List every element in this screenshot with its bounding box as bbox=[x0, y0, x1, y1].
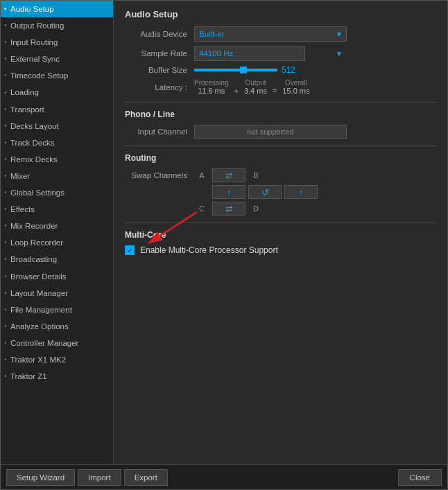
sidebar-item-mixer[interactable]: Mixer bbox=[1, 168, 113, 184]
swap-cells-1: A ⇄ B bbox=[194, 168, 264, 182]
routing-row-2: ↑ ↺ ↑ bbox=[125, 185, 436, 199]
swap-btn-up-b[interactable]: ↑ bbox=[284, 185, 318, 199]
sidebar-label-track-decks: Track Decks bbox=[10, 137, 54, 148]
main-area: Audio Setup Output Routing Input Routing… bbox=[1, 1, 447, 464]
enable-multicore-checkbox[interactable]: ✓ bbox=[125, 245, 135, 255]
phono-line-title: Phono / Line bbox=[125, 110, 436, 119]
buffer-size-label: Buffer Size bbox=[125, 66, 194, 74]
sidebar-label-mix-recorder: Mix Recorder bbox=[10, 220, 58, 231]
latency-processing-label: Processing bbox=[194, 79, 228, 87]
sidebar-item-output-routing[interactable]: Output Routing bbox=[1, 17, 113, 34]
routing-label-c: C bbox=[194, 204, 209, 213]
sidebar-item-layout-manager[interactable]: Layout Manager bbox=[1, 285, 113, 301]
swap-channels-label: Swap Channels bbox=[125, 171, 194, 180]
sidebar-item-track-decks[interactable]: Track Decks bbox=[1, 134, 113, 151]
multicore-title: Multi-Core bbox=[125, 230, 436, 240]
sidebar-label-global-settings: Global Settings bbox=[10, 187, 64, 198]
latency-label: Latency : bbox=[125, 83, 194, 91]
sidebar-label-audio-setup: Audio Setup bbox=[10, 3, 54, 15]
sidebar-item-transport[interactable]: Transport bbox=[1, 101, 113, 118]
sidebar-label-loading: Loading bbox=[10, 87, 39, 98]
sidebar-item-input-routing[interactable]: Input Routing bbox=[1, 34, 113, 51]
latency-overall-value: 15.0 ms bbox=[282, 87, 309, 95]
close-button[interactable]: Close bbox=[398, 469, 442, 486]
swap-btn-rotate[interactable]: ↺ bbox=[248, 185, 282, 199]
audio-device-label: Audio Device bbox=[125, 30, 194, 38]
swap-btn-cd[interactable]: ⇄ bbox=[212, 202, 245, 216]
sidebar-item-loop-recorder[interactable]: Loop Recorder bbox=[1, 234, 113, 251]
buffer-slider-container: 512 bbox=[194, 65, 302, 75]
sidebar-label-loop-recorder: Loop Recorder bbox=[10, 237, 63, 248]
sidebar-item-browser-details[interactable]: Browser Details bbox=[1, 268, 113, 285]
latency-processing-value: 11.6 ms bbox=[198, 87, 225, 95]
buffer-size-row: Buffer Size 512 bbox=[125, 65, 436, 75]
sidebar-item-analyze-options[interactable]: Analyze Options bbox=[1, 318, 113, 335]
phono-line-section: Phono / Line Input Channel not supported bbox=[125, 110, 436, 139]
import-button[interactable]: Import bbox=[78, 469, 121, 486]
routing-title: Routing bbox=[125, 153, 436, 163]
routing-section: Routing Swap Channels A ⇄ B ↑ bbox=[125, 153, 436, 216]
sidebar-item-traktor-x1-mk2[interactable]: Traktor X1 MK2 bbox=[1, 351, 113, 368]
sidebar-label-decks-layout: Decks Layout bbox=[10, 121, 59, 132]
latency-row: Latency : Processing 11.6 ms + Output 3.… bbox=[125, 79, 436, 95]
app-container: Audio Setup Output Routing Input Routing… bbox=[0, 0, 448, 490]
sidebar-label-broadcasting: Broadcasting bbox=[10, 254, 57, 265]
sidebar-item-external-sync[interactable]: External Sync bbox=[1, 51, 113, 67]
buffer-size-value: 512 bbox=[282, 65, 302, 75]
sidebar-item-mix-recorder[interactable]: Mix Recorder bbox=[1, 218, 113, 234]
sample-rate-select[interactable]: 44100 Hz bbox=[194, 46, 305, 61]
sidebar-label-effects: Effects bbox=[10, 204, 35, 215]
sidebar-label-layout-manager: Layout Manager bbox=[10, 288, 68, 299]
sidebar-label-input-routing: Input Routing bbox=[10, 37, 58, 48]
sidebar-item-traktor-z1[interactable]: Traktor Z1 bbox=[1, 368, 113, 385]
sidebar-label-controller-manager: Controller Manager bbox=[10, 338, 78, 349]
not-supported-bar: not supported bbox=[194, 125, 347, 139]
sidebar-label-traktor-x1-mk2: Traktor X1 MK2 bbox=[10, 354, 66, 365]
sidebar-label-transport: Transport bbox=[10, 104, 44, 115]
latency-output: Output 3.4 ms bbox=[244, 79, 267, 95]
audio-device-row: Audio Device Built-in ▼ bbox=[125, 26, 436, 42]
sample-rate-row: Sample Rate 44100 Hz ▼ bbox=[125, 46, 436, 61]
audio-device-select[interactable]: Built-in bbox=[194, 26, 347, 42]
routing-label-b: B bbox=[248, 171, 264, 180]
checkmark-icon: ✓ bbox=[127, 247, 132, 254]
swap-btn-up-a[interactable]: ↑ bbox=[212, 185, 245, 199]
sidebar-item-audio-setup[interactable]: Audio Setup bbox=[1, 1, 113, 17]
sidebar-item-global-settings[interactable]: Global Settings bbox=[1, 184, 113, 201]
sidebar-label-browser-details: Browser Details bbox=[10, 271, 67, 282]
enable-multicore-row: ✓ Enable Multi-Core Processor Support bbox=[125, 245, 436, 255]
sample-rate-select-wrapper: 44100 Hz ▼ bbox=[194, 46, 347, 61]
input-channel-row: Input Channel not supported bbox=[125, 125, 436, 139]
audio-device-select-wrapper: Built-in ▼ bbox=[194, 26, 347, 42]
sidebar: Audio Setup Output Routing Input Routing… bbox=[1, 1, 114, 464]
latency-overall-label: Overall bbox=[285, 79, 307, 87]
setup-wizard-button[interactable]: Setup Wizard bbox=[6, 469, 75, 486]
sample-rate-label: Sample Rate bbox=[125, 49, 194, 58]
routing-label-d: D bbox=[248, 204, 264, 213]
routing-label-a: A bbox=[194, 171, 209, 180]
routing-row-3: C ⇄ D bbox=[125, 202, 436, 216]
multicore-section: Multi-Core ✓ Enable Multi-Core Processor… bbox=[125, 230, 436, 255]
export-button[interactable]: Export bbox=[124, 469, 168, 486]
latency-processing: Processing 11.6 ms bbox=[194, 79, 228, 95]
enable-multicore-label: Enable Multi-Core Processor Support bbox=[140, 245, 278, 255]
sidebar-label-traktor-z1: Traktor Z1 bbox=[10, 371, 47, 382]
sidebar-item-file-management[interactable]: File Management bbox=[1, 301, 113, 318]
sidebar-item-loading[interactable]: Loading bbox=[1, 84, 113, 100]
latency-plus: + bbox=[234, 87, 238, 95]
sidebar-item-effects[interactable]: Effects bbox=[1, 201, 113, 218]
latency-equals: = bbox=[273, 87, 277, 95]
sidebar-item-remix-decks[interactable]: Remix Decks bbox=[1, 151, 113, 168]
sidebar-item-broadcasting[interactable]: Broadcasting bbox=[1, 251, 113, 268]
latency-values: Processing 11.6 ms + Output 3.4 ms = Ove… bbox=[194, 79, 310, 95]
sidebar-item-decks-layout[interactable]: Decks Layout bbox=[1, 118, 113, 134]
swap-btn-ab[interactable]: ⇄ bbox=[212, 168, 245, 182]
sidebar-label-external-sync: External Sync bbox=[10, 53, 60, 64]
content-area: Audio Setup Audio Device Built-in ▼ Samp… bbox=[114, 1, 447, 464]
sidebar-item-timecode-setup[interactable]: Timecode Setup bbox=[1, 67, 113, 84]
sidebar-item-controller-manager[interactable]: Controller Manager bbox=[1, 335, 113, 351]
buffer-size-slider[interactable] bbox=[194, 69, 277, 71]
footer: Setup Wizard Import Export Close bbox=[1, 464, 447, 489]
swap-cells-3: C ⇄ D bbox=[194, 202, 264, 216]
sidebar-label-analyze-options: Analyze Options bbox=[10, 321, 69, 332]
